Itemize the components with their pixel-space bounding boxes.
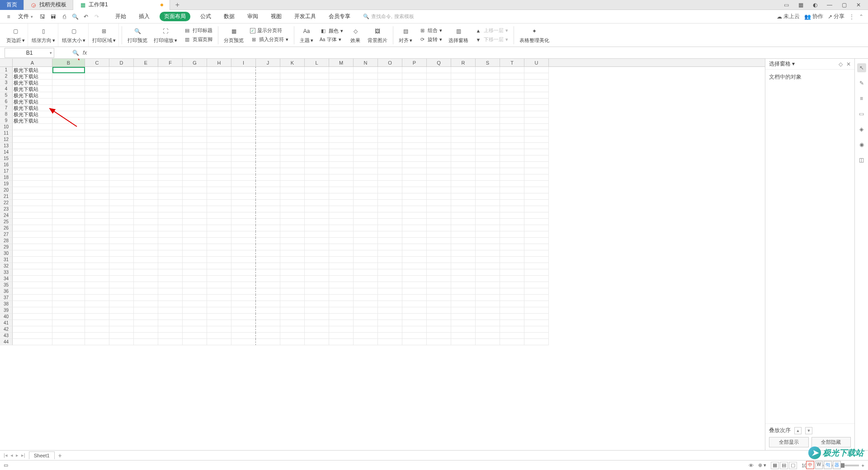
cell[interactable] <box>207 155 231 162</box>
col-header-D[interactable]: D <box>109 59 134 66</box>
cell[interactable] <box>231 250 256 257</box>
cell[interactable] <box>427 143 451 149</box>
cell[interactable] <box>305 124 329 130</box>
cell[interactable] <box>158 257 183 263</box>
cell[interactable] <box>427 162 451 168</box>
cell[interactable] <box>305 86 329 92</box>
cell[interactable] <box>52 86 85 92</box>
col-header-G[interactable]: G <box>183 59 207 66</box>
cell[interactable] <box>476 250 500 257</box>
close-button[interactable]: ✕ <box>854 1 863 9</box>
cell[interactable] <box>378 200 402 206</box>
cell[interactable] <box>280 168 305 174</box>
cell[interactable] <box>378 314 402 320</box>
cell[interactable] <box>378 295 402 301</box>
cell[interactable] <box>500 187 524 193</box>
cell[interactable] <box>476 339 500 345</box>
cell[interactable] <box>378 162 402 168</box>
cell[interactable] <box>109 118 134 124</box>
cell[interactable] <box>85 80 109 86</box>
cell[interactable] <box>207 174 231 181</box>
cell[interactable] <box>52 143 85 149</box>
row-header[interactable]: 20 <box>0 187 13 193</box>
cell[interactable] <box>207 282 231 288</box>
row-header[interactable]: 22 <box>0 200 13 206</box>
cell[interactable] <box>109 73 134 80</box>
cell[interactable] <box>427 307 451 314</box>
cell[interactable]: 极光下载站 <box>13 118 52 124</box>
cell[interactable] <box>280 80 305 86</box>
cell[interactable] <box>354 212 378 219</box>
cell[interactable] <box>329 288 354 295</box>
row-header[interactable]: 4 <box>0 86 13 92</box>
cell[interactable] <box>256 124 280 130</box>
add-sheet-button[interactable]: + <box>58 452 62 459</box>
cell[interactable] <box>354 333 378 339</box>
cell[interactable] <box>402 250 427 257</box>
hide-all-button[interactable]: 全部隐藏 <box>811 437 851 447</box>
cell[interactable] <box>134 124 158 130</box>
cell[interactable] <box>52 162 85 168</box>
cell[interactable] <box>524 162 549 168</box>
row-header[interactable]: 26 <box>0 225 13 231</box>
cell[interactable] <box>329 86 354 92</box>
cell[interactable] <box>280 111 305 118</box>
cell[interactable] <box>85 111 109 118</box>
cell[interactable] <box>402 339 427 345</box>
cell[interactable] <box>476 288 500 295</box>
cell[interactable] <box>85 162 109 168</box>
cell[interactable] <box>354 320 378 326</box>
cell[interactable] <box>305 320 329 326</box>
cell[interactable] <box>85 212 109 219</box>
cell[interactable] <box>402 118 427 124</box>
cell[interactable] <box>183 149 207 155</box>
cell[interactable] <box>500 231 524 238</box>
save-as-icon[interactable]: 🖬 <box>49 13 57 21</box>
command-search[interactable]: 🔍 查找命令,搜索模板 <box>363 13 414 20</box>
cell[interactable] <box>183 155 207 162</box>
col-header-P[interactable]: P <box>402 59 427 66</box>
cell[interactable] <box>158 225 183 231</box>
cell[interactable] <box>427 80 451 86</box>
rg-margin[interactable]: ▢页边距 ▾ <box>4 24 28 47</box>
cell[interactable] <box>378 193 402 200</box>
cell[interactable] <box>207 200 231 206</box>
sheet-nav-next[interactable]: ▸ <box>16 452 19 458</box>
cell[interactable] <box>85 174 109 181</box>
cell[interactable] <box>280 288 305 295</box>
cell[interactable] <box>158 269 183 276</box>
cell[interactable] <box>524 231 549 238</box>
cell[interactable] <box>207 105 231 111</box>
cell[interactable] <box>52 99 85 105</box>
cell[interactable] <box>158 149 183 155</box>
cell[interactable] <box>207 238 231 244</box>
cell[interactable] <box>378 206 402 212</box>
cell[interactable] <box>231 238 256 244</box>
cell[interactable] <box>85 73 109 80</box>
cell[interactable] <box>402 111 427 118</box>
cell[interactable] <box>134 301 158 307</box>
cell[interactable] <box>500 295 524 301</box>
cell[interactable] <box>52 136 85 143</box>
cell[interactable] <box>427 174 451 181</box>
cell[interactable] <box>256 314 280 320</box>
cell[interactable] <box>207 162 231 168</box>
maximize-button[interactable]: ▢ <box>839 1 849 9</box>
cell[interactable] <box>329 238 354 244</box>
cell[interactable] <box>378 149 402 155</box>
cell[interactable] <box>280 99 305 105</box>
cell[interactable] <box>329 263 354 269</box>
cell[interactable] <box>52 257 85 263</box>
cell[interactable] <box>305 130 329 136</box>
cell[interactable] <box>13 282 52 288</box>
cell[interactable] <box>134 193 158 200</box>
cell[interactable] <box>256 225 280 231</box>
cell[interactable] <box>256 118 280 124</box>
cell[interactable] <box>402 73 427 80</box>
cell[interactable] <box>451 67 476 73</box>
rg-group[interactable]: ⊞组合 ▾ <box>419 27 442 34</box>
cell[interactable] <box>231 206 256 212</box>
cell[interactable] <box>109 149 134 155</box>
cell[interactable] <box>280 136 305 143</box>
cell[interactable] <box>13 314 52 320</box>
